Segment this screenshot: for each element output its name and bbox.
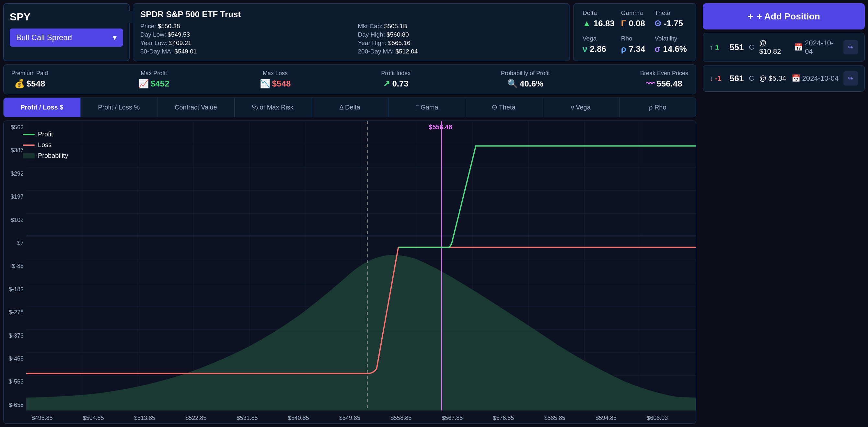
add-position-label: + Add Position (756, 11, 820, 22)
plus-icon: + (747, 10, 754, 22)
legend-probability-label: Probability (38, 152, 68, 159)
y-axis-labels: $562 $387 $292 $197 $102 $7 $-88 $-183 $… (4, 121, 26, 412)
stock-daylow-label: Day Low: $549.53 (140, 31, 345, 38)
gamma-item: Gamma Γ 0.08 (621, 9, 648, 30)
tab-vega[interactable]: ν Vega (542, 98, 619, 117)
chart-legend: Profit Loss Probability (23, 130, 68, 159)
stock-ma200: $512.04 (396, 48, 418, 55)
stock-ma50: $549.01 (175, 48, 197, 55)
max-loss-label: Max Loss (263, 70, 288, 77)
stock-ma50-label: 50-Day MA: $549.01 (140, 48, 345, 55)
chevron-down-icon: ▾ (113, 33, 117, 42)
tab-max-risk[interactable]: % of Max Risk (235, 98, 312, 117)
stock-mktcap-label: Mkt Cap: $505.1B (358, 23, 563, 30)
metrics-bar: Premium Paid 💰 $548 Max Profit 📈 $452 Ma… (3, 64, 696, 94)
delta-value: ▲ 16.83 (583, 19, 615, 29)
break-even-value: 〰 556.48 (646, 79, 682, 89)
left-panel: 📈 ⊞ Bull Call Spread ▾ SPDR S&P 500 ETF … (0, 0, 700, 427)
max-profit-metric: Max Profit 📈 $452 (138, 70, 169, 89)
tab-rho[interactable]: ρ Rho (619, 98, 696, 117)
break-even-metric: Break Even Prices 〰 556.48 (640, 70, 688, 89)
legend-probability: Probability (23, 152, 68, 159)
tab-profit-loss-percent[interactable]: Profit / Loss % (81, 98, 158, 117)
legend-profit-label: Profit (38, 130, 53, 138)
vega-label: Vega (583, 35, 615, 42)
break-even-label: Break Even Prices (640, 70, 688, 77)
tab-contract-value[interactable]: Contract Value (157, 98, 235, 117)
stock-ma200-label: 200-Day MA: $512.04 (358, 48, 563, 55)
max-profit-label: Max Profit (141, 70, 167, 77)
stock-daylow: $549.53 (167, 31, 190, 38)
position-1-strike: 551 (730, 42, 744, 53)
position-2-direction: ↓ -1 (710, 74, 726, 83)
chart-area: $562 $387 $292 $197 $102 $7 $-88 $-183 $… (3, 121, 696, 424)
position-1-details: 551 C @ $10.82 📅 2024-10-04 (730, 39, 839, 56)
vega-value: ν 2.86 (583, 44, 615, 54)
theta-icon: Θ (654, 19, 661, 29)
profit-line (398, 146, 696, 247)
strategy-dropdown[interactable]: Bull Call Spread ▾ (10, 29, 123, 47)
right-panel: + + Add Position ↑ 1 551 C @ $10.82 📅 20… (700, 0, 868, 427)
volatility-label: Volatility (654, 35, 687, 42)
profit-index-label: Profit Index (381, 70, 410, 77)
loss-trend-icon: 📉 (260, 79, 270, 89)
pop-label: Probability of Profit (501, 70, 550, 77)
greeks-panel: Delta ▲ 16.83 Gamma Γ 0.08 Theta (573, 3, 696, 61)
profit-index-icon: ↗ (383, 79, 390, 89)
stock-price-label: Price: $550.38 (140, 23, 345, 30)
volatility-icon: σ (654, 44, 660, 54)
position-1-price: @ $10.82 (759, 39, 789, 56)
ticker-row: 📈 ⊞ (10, 10, 123, 24)
rho-value: ρ 7.34 (621, 44, 648, 54)
top-section: 📈 ⊞ Bull Call Spread ▾ SPDR S&P 500 ETF … (3, 3, 696, 61)
tabs-bar: Profit / Loss $ Profit / Loss % Contract… (3, 97, 696, 117)
stock-mktcap: $505.1B (384, 23, 407, 29)
rho-label: Rho (621, 35, 648, 42)
tab-delta[interactable]: Δ Delta (311, 98, 389, 117)
position-2-type: C (749, 74, 754, 83)
premium-paid-metric: Premium Paid 💰 $548 (11, 70, 48, 89)
volatility-value: σ 14.6% (654, 44, 687, 54)
add-position-button[interactable]: + + Add Position (703, 3, 865, 29)
tab-gamma[interactable]: Γ Gama (389, 98, 466, 117)
theta-value: Θ -1.75 (654, 19, 687, 29)
delta-arrow-icon: ▲ (583, 19, 591, 29)
position-2-edit-button[interactable]: ✏ (843, 71, 858, 86)
position-1-edit-button[interactable]: ✏ (843, 40, 858, 54)
delta-item: Delta ▲ 16.83 (583, 9, 615, 30)
volatility-item: Volatility σ 14.6% (654, 35, 687, 55)
ticker-input[interactable] (10, 11, 146, 23)
stock-name: SPDR S&P 500 ETF Trust (140, 9, 562, 20)
probability-area (26, 255, 696, 410)
stock-dayhigh-label: Day High: $560.80 (358, 31, 563, 38)
stock-yearhigh-label: Year High: $565.16 (358, 39, 563, 47)
legend-loss: Loss (23, 141, 68, 149)
premium-paid-value: 💰 $548 (14, 79, 45, 89)
position-2-date: 📅 2024-10-04 (792, 74, 839, 83)
gamma-label: Gamma (621, 9, 648, 17)
legend-loss-label: Loss (38, 141, 52, 149)
vega-icon: ν (583, 44, 587, 54)
probability-area-legend (23, 153, 35, 158)
position-2-strike: 561 (730, 73, 744, 84)
vega-item: Vega ν 2.86 (583, 35, 615, 55)
strategy-label: Bull Call Spread (16, 33, 72, 42)
loss-line-legend (23, 145, 35, 146)
tab-profit-loss-dollar[interactable]: Profit / Loss $ (4, 98, 81, 117)
chart-svg (26, 121, 696, 410)
rho-icon: ρ (621, 44, 626, 54)
profit-line-legend (23, 134, 35, 135)
delta-label: Delta (583, 9, 615, 17)
max-profit-value: 📈 $452 (138, 79, 169, 89)
gamma-icon: Γ (621, 19, 626, 29)
tab-theta[interactable]: Θ Theta (465, 98, 542, 117)
profit-trend-icon: 📈 (138, 79, 149, 89)
position-2-price: @ $5.34 (759, 74, 786, 83)
stock-yearhigh: $565.16 (388, 39, 410, 46)
calendar-icon-2: 📅 (792, 74, 800, 83)
stock-price: $550.38 (158, 23, 180, 29)
pop-value: 🔍 40.6% (507, 79, 544, 89)
main-layout: 📈 ⊞ Bull Call Spread ▾ SPDR S&P 500 ETF … (0, 0, 868, 427)
max-loss-metric: Max Loss 📉 $548 (260, 70, 291, 89)
stock-yearlow: $409.21 (169, 39, 191, 46)
